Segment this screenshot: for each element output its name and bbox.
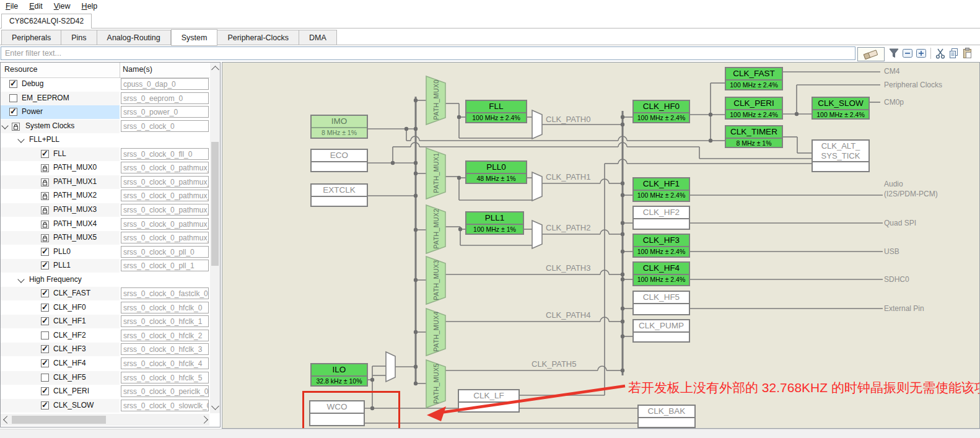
- tab-pins[interactable]: Pins: [61, 30, 97, 45]
- clock-box-clk_fast[interactable]: CLK_FAST100 MHz ± 2.4%: [725, 67, 783, 90]
- checkbox-fll[interactable]: [41, 150, 49, 158]
- name-field-em_eeprom[interactable]: srss_0_eeprom_0: [121, 92, 209, 104]
- name-field-clk_hf5[interactable]: srss_0_clock_0_hfclk_5: [121, 372, 209, 383]
- tree-row-pll1[interactable]: PLL1srss_0_clock_0_pll_1: [1, 259, 209, 273]
- checkbox-power[interactable]: [9, 108, 17, 116]
- clock-box-clk_alt_sys_tick[interactable]: CLK_ALT_ SYS_TICK: [812, 139, 870, 172]
- collapse-all-icon[interactable]: [901, 47, 914, 60]
- tree-row-em_eeprom[interactable]: EM_EEPROMsrss_0_eeprom_0: [1, 92, 209, 105]
- clk-path2-mux-shape[interactable]: [532, 221, 542, 248]
- tab-peripheral-clocks[interactable]: Peripheral-Clocks: [217, 30, 299, 45]
- clock-box-pll0[interactable]: PLL048 MHz ± 1%: [465, 160, 527, 184]
- name-field-path_mux4[interactable]: srss_0_clock_0_pathmux_4: [121, 218, 209, 230]
- column-header-resource[interactable]: Resource: [4, 65, 38, 74]
- cut-icon[interactable]: [934, 47, 947, 60]
- checkbox-pll0[interactable]: [41, 248, 49, 256]
- tab-system[interactable]: System: [171, 29, 218, 46]
- tree-row-pll0[interactable]: PLL0srss_0_clock_0_pll_0: [1, 245, 209, 259]
- checkbox-clk_hf1[interactable]: [41, 317, 49, 325]
- tree-row-fll_pll[interactable]: FLL+PLL: [1, 133, 209, 147]
- checkbox-em_eeprom[interactable]: [9, 94, 17, 102]
- scroll-left-icon[interactable]: [3, 416, 11, 424]
- scroll-up-icon[interactable]: [211, 66, 219, 74]
- tree-row-fll[interactable]: FLLsrss_0_clock_0_fll_0: [1, 147, 209, 161]
- clk-lf-mux-shape[interactable]: [386, 352, 395, 382]
- checkbox-clk_peri[interactable]: [41, 387, 49, 395]
- name-field-clk_fast[interactable]: srss_0_clock_0_fastclk_0: [121, 287, 209, 299]
- tree-row-clk_hf2[interactable]: CLK_HF2srss_0_clock_0_hfclk_2: [1, 329, 209, 343]
- clock-box-clk_hf2[interactable]: CLK_HF2: [632, 206, 690, 230]
- scroll-down-icon[interactable]: [211, 402, 219, 410]
- tree-row-debug[interactable]: Debugcpuss_0_dap_0: [1, 77, 209, 91]
- tree-row-system_clocks[interactable]: System Clockssrss_0_clock_0: [1, 120, 209, 133]
- filter-icon[interactable]: [888, 47, 900, 60]
- clock-box-clk_slow[interactable]: CLK_SLOW100 MHz ± 2.4%: [812, 97, 870, 120]
- mux-label-path_mux3[interactable]: PATH_MUX3: [432, 256, 440, 304]
- name-field-clk_hf4[interactable]: srss_0_clock_0_hfclk_4: [121, 357, 209, 369]
- clock-box-clk_timer[interactable]: CLK_TIMER8 MHz ± 1%: [725, 125, 783, 148]
- name-field-clk_hf0[interactable]: srss_0_clock_0_hfclk_0: [121, 302, 209, 313]
- name-field-pll0[interactable]: srss_0_clock_0_pll_0: [121, 246, 209, 258]
- name-field-path_mux2[interactable]: srss_0_clock_0_pathmux_2: [121, 190, 209, 201]
- name-field-clk_peri[interactable]: srss_0_clock_0_periclk_0: [121, 385, 209, 397]
- name-field-pll1[interactable]: srss_0_clock_0_pll_1: [121, 260, 209, 271]
- clock-box-clk_bak[interactable]: CLK_BAK: [637, 405, 696, 428]
- clock-box-clk_hf1[interactable]: CLK_HF1100 MHz ± 2.4%: [632, 177, 690, 202]
- tab-dma[interactable]: DMA: [299, 30, 337, 45]
- tree-row-path_mux5[interactable]: PATH_MUX5srss_0_clock_0_pathmux_5: [1, 231, 209, 245]
- name-field-system clocks[interactable]: srss_0_clock_0: [121, 120, 209, 132]
- horizontal-scrollbar-thumb[interactable]: [12, 416, 106, 424]
- tree-row-clk_hf4[interactable]: CLK_HF4srss_0_clock_0_hfclk_4: [1, 357, 209, 370]
- menu-edit[interactable]: Edit: [24, 0, 48, 12]
- tree-row-path_mux4[interactable]: PATH_MUX4srss_0_clock_0_pathmux_4: [1, 217, 209, 231]
- tab-peripherals[interactable]: Peripherals: [1, 30, 61, 45]
- clock-box-clk_hf0[interactable]: CLK_HF0100 MHz ± 2.4%: [632, 100, 690, 123]
- expand-all-icon[interactable]: [915, 47, 927, 60]
- tree-row-path_mux3[interactable]: PATH_MUX3srss_0_clock_0_pathmux_3: [1, 203, 209, 217]
- name-field-clk_hf2[interactable]: srss_0_clock_0_hfclk_2: [121, 330, 209, 341]
- checkbox-pll1[interactable]: [41, 261, 49, 269]
- menu-view[interactable]: View: [48, 0, 76, 12]
- checkbox-clk_hf0[interactable]: [41, 304, 49, 312]
- checkbox-clk_slow[interactable]: [41, 401, 49, 410]
- column-divider[interactable]: [120, 63, 120, 77]
- tree-row-path_mux2[interactable]: PATH_MUX2srss_0_clock_0_pathmux_2: [1, 189, 209, 203]
- clock-box-clk_peri[interactable]: CLK_PERI100 MHz ± 2.4%: [725, 97, 783, 120]
- name-field-power[interactable]: srss_0_power_0: [121, 106, 209, 118]
- tree-row-high_frequency[interactable]: High Frequency: [1, 273, 209, 287]
- tree-row-clk_hf3[interactable]: CLK_HF3srss_0_clock_0_hfclk_3: [1, 343, 209, 356]
- clock-box-clk_lf[interactable]: CLK_LF: [458, 389, 520, 413]
- clock-box-clk_hf4[interactable]: CLK_HF4100 MHz ± 2.4%: [632, 261, 690, 286]
- mux-label-path_mux5[interactable]: PATH_MUX5: [432, 359, 440, 407]
- clock-box-imo[interactable]: IMO8 MHz ± 1%: [310, 115, 368, 139]
- menu-file[interactable]: File: [0, 0, 24, 12]
- tree-row-clk_hf1[interactable]: CLK_HF1srss_0_clock_0_hfclk_1: [1, 315, 209, 328]
- checkbox-clk_fast[interactable]: [41, 289, 49, 297]
- device-tab[interactable]: CY8C624ALQI-S2D42: [1, 14, 92, 29]
- clock-box-extclk[interactable]: EXTCLK: [310, 183, 368, 207]
- clock-box-eco[interactable]: ECO: [310, 149, 368, 172]
- tree-row-clk_peri[interactable]: CLK_PERIsrss_0_clock_0_periclk_0: [1, 385, 209, 398]
- tab-analog-routing[interactable]: Analog-Routing: [97, 30, 171, 45]
- name-field-clk_hf3[interactable]: srss_0_clock_0_hfclk_3: [121, 343, 209, 355]
- vertical-scrollbar[interactable]: [210, 63, 220, 413]
- mux-label-path_mux1[interactable]: PATH_MUX1: [432, 147, 440, 198]
- name-field-path_mux5[interactable]: srss_0_clock_0_pathmux_5: [121, 232, 209, 243]
- clk-path1-mux-shape[interactable]: [532, 172, 542, 201]
- mux-label-path_mux2[interactable]: PATH_MUX2: [432, 204, 440, 253]
- tree-row-clk_slow[interactable]: CLK_SLOWsrss_0_clock_0_slowclk_0: [1, 399, 209, 413]
- tree-row-clk_fast[interactable]: CLK_FASTsrss_0_clock_0_fastclk_0: [1, 287, 209, 300]
- name-field-clk_slow[interactable]: srss_0_clock_0_slowclk_0: [121, 400, 209, 411]
- scroll-right-icon[interactable]: [200, 416, 208, 424]
- name-field-path_mux1[interactable]: srss_0_clock_0_pathmux_1: [121, 176, 209, 188]
- copy-icon[interactable]: [948, 47, 960, 60]
- name-field-fll[interactable]: srss_0_clock_0_fll_0: [121, 148, 209, 160]
- checkbox-debug[interactable]: [9, 80, 17, 88]
- tree-row-path_mux1[interactable]: PATH_MUX1srss_0_clock_0_pathmux_1: [1, 175, 209, 189]
- clock-box-clk_pump[interactable]: CLK_PUMP: [632, 319, 690, 343]
- name-field-path_mux0[interactable]: srss_0_clock_0_pathmux_0: [121, 162, 209, 173]
- horizontal-scrollbar[interactable]: [1, 414, 209, 426]
- clock-box-clk_hf5[interactable]: CLK_HF5: [632, 291, 690, 315]
- name-field-path_mux3[interactable]: srss_0_clock_0_pathmux_3: [121, 204, 209, 216]
- name-field-debug[interactable]: cpuss_0_dap_0: [121, 78, 209, 90]
